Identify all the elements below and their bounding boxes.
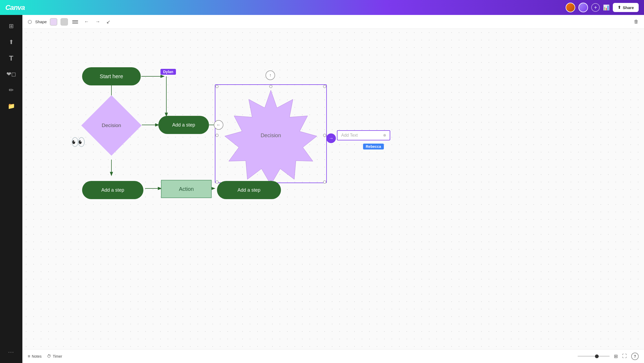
step-middle-node[interactable]: Add a step <box>158 116 209 134</box>
header: Canva + 📊 ⬆ Share <box>0 0 644 15</box>
selection-handle-ml[interactable] <box>215 134 219 137</box>
eyes-sticker[interactable]: 👀 <box>71 135 86 149</box>
header-right: + 📊 ⬆ Share <box>566 3 639 12</box>
arrow-right-button[interactable]: → <box>94 18 102 26</box>
add-text-input[interactable]: Add Text <box>337 130 390 140</box>
selection-handle-br[interactable] <box>323 180 326 184</box>
step-bottom-left-node[interactable]: Add a step <box>82 181 143 199</box>
rebecca-cursor-label: Rebecca <box>363 144 384 149</box>
notes-icon: ≡ <box>28 354 30 359</box>
rebecca-cursor: Rebecca <box>363 144 368 147</box>
selection-handle-tc[interactable] <box>269 85 272 88</box>
add-collaborator-button[interactable]: + <box>591 3 600 12</box>
share-button[interactable]: ⬆ Share <box>613 3 639 12</box>
starburst-svg: Decision <box>217 86 325 181</box>
svg-text:Decision: Decision <box>261 132 281 138</box>
connector-style-button[interactable]: ↙ <box>105 18 112 26</box>
zoom-slider[interactable] <box>578 356 610 357</box>
notes-button[interactable]: ≡ Notes <box>28 354 42 359</box>
analytics-icon[interactable]: 📊 <box>603 4 610 11</box>
zoom-thumb[interactable] <box>595 354 599 358</box>
shape-tool-label: Shape <box>35 19 47 24</box>
timer-label: Timer <box>53 354 62 358</box>
dylan-cursor: Dylan <box>160 69 166 73</box>
add-text-dot <box>383 134 386 137</box>
fullscreen-icon[interactable]: ⛶ <box>622 353 627 359</box>
pencil-icon: ✏ <box>9 87 14 93</box>
zoom-track <box>578 356 610 357</box>
delete-button[interactable]: 🗑 <box>634 19 639 25</box>
canvas[interactable]: Start here Decision 👀 Add a step Decisio… <box>22 29 644 363</box>
arrow-left-button[interactable]: ← <box>82 18 90 26</box>
start-node[interactable]: Start here <box>82 67 141 85</box>
add-text-placeholder: Add Text <box>341 133 358 138</box>
sidebar-item-upload[interactable]: ⬆ <box>4 35 18 49</box>
help-button[interactable]: ? <box>631 353 639 360</box>
sidebar-item-elements[interactable]: ❤◻ <box>4 67 18 81</box>
upload-icon: ⬆ <box>9 39 14 45</box>
bottom-bar: ≡ Notes ⏱ Timer ⊞ ⛶ ? <box>22 349 644 363</box>
sidebar-item-grid[interactable]: ⊞ <box>4 19 18 33</box>
toolbar: ⬡ Shape ← → ↙ 🗑 <box>22 15 644 29</box>
folder-icon: 📁 <box>8 103 15 109</box>
action-label: Action <box>179 186 194 192</box>
dylan-cursor-label: Dylan <box>160 69 176 75</box>
bottom-left-controls: ≡ Notes ⏱ Timer <box>28 354 62 359</box>
decision-diamond-label: Decision <box>102 123 121 128</box>
shape-tool-icon: ⬡ <box>28 19 32 25</box>
sidebar-item-text[interactable]: T <box>4 51 18 65</box>
grid-icon: ⊞ <box>9 23 14 29</box>
fill-color-swatch[interactable] <box>50 18 57 26</box>
connector-left-arrow[interactable]: ← <box>214 120 223 130</box>
stroke-color-swatch[interactable] <box>61 18 68 26</box>
selection-handle-tr[interactable] <box>323 85 326 88</box>
sidebar: ⊞ ⬆ T ❤◻ ✏ 📁 ··· <box>0 15 22 363</box>
more-icon: ··· <box>8 349 14 354</box>
selection-handle-bl[interactable] <box>215 180 219 184</box>
resize-up-handle[interactable]: ↑ <box>265 70 275 80</box>
sidebar-item-draw[interactable]: ✏ <box>4 83 18 97</box>
selection-handle-mr[interactable] <box>323 134 326 137</box>
decision-diamond-node[interactable]: Decision <box>82 96 141 155</box>
avatar-1[interactable] <box>566 3 575 12</box>
fit-screen-icon[interactable]: ⊞ <box>614 353 618 359</box>
step-middle-label: Add a step <box>172 122 195 128</box>
share-icon: ⬆ <box>618 5 621 10</box>
timer-icon: ⏱ <box>47 354 51 359</box>
line-style-button[interactable] <box>71 19 79 25</box>
sidebar-item-folder[interactable]: 📁 <box>4 99 18 113</box>
step-bottom-right-label: Add a step <box>238 187 260 193</box>
share-label: Share <box>623 5 634 10</box>
avatar-2[interactable] <box>578 3 588 12</box>
text-icon: T <box>9 55 13 62</box>
step-bottom-left-label: Add a step <box>101 187 124 193</box>
timer-button[interactable]: ⏱ Timer <box>47 354 62 359</box>
bottom-right-controls: ⊞ ⛶ ? <box>578 353 639 360</box>
sidebar-item-more[interactable]: ··· <box>4 345 18 359</box>
start-node-label: Start here <box>100 73 123 80</box>
connector-right-arrow[interactable]: → <box>326 133 336 143</box>
starburst-decision-container[interactable]: Decision ↑ ↓ <box>217 86 325 182</box>
canva-logo: Canva <box>5 3 25 12</box>
notes-label: Notes <box>32 354 42 358</box>
selection-handle-tl[interactable] <box>215 85 219 88</box>
step-bottom-right-node[interactable]: Add a step <box>217 181 281 199</box>
elements-icon: ❤◻ <box>6 71 16 77</box>
action-node[interactable]: Action <box>161 180 212 198</box>
